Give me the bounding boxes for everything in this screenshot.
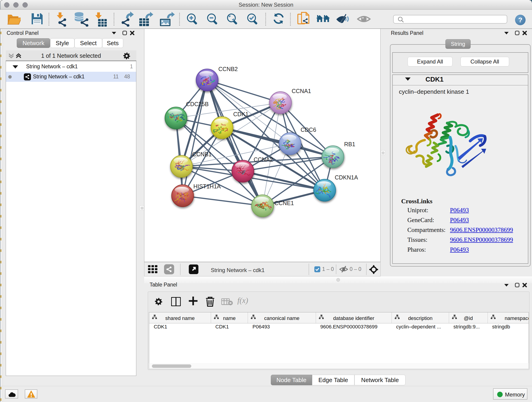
svg-text:RB1: RB1 xyxy=(344,141,355,147)
svg-text:CDC6: CDC6 xyxy=(301,127,316,133)
svg-text:CCNE1: CCNE1 xyxy=(274,200,294,206)
svg-text:CCNB1: CCNB1 xyxy=(192,151,212,157)
svg-text:CDKN1A: CDKN1A xyxy=(335,174,358,181)
svg-text:HIST1H1A: HIST1H1A xyxy=(193,183,221,190)
svg-text:CCNB2: CCNB2 xyxy=(218,66,238,72)
svg-text:CDC25B: CDC25B xyxy=(186,101,209,107)
svg-text:CCNA2: CCNA2 xyxy=(254,156,273,163)
svg-text:CDK1: CDK1 xyxy=(233,111,249,117)
svg-text:CCNA1: CCNA1 xyxy=(292,88,311,94)
